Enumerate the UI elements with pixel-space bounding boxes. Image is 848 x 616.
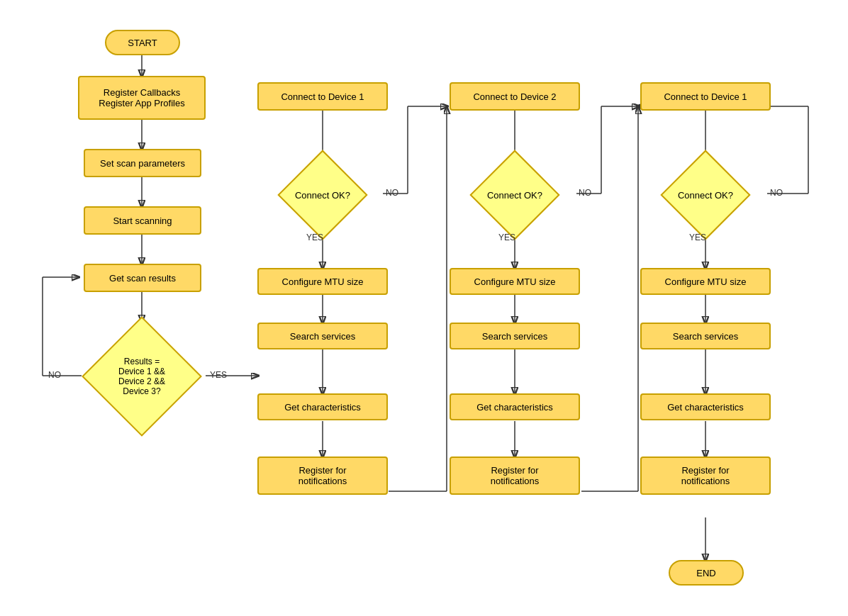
col2-mtu-label: Configure MTU size bbox=[474, 276, 556, 287]
col1-connect-node: Connect to Device 1 bbox=[257, 82, 388, 111]
col3-no-label: NO bbox=[770, 188, 783, 198]
col2-connect-ok-label: Connect OK? bbox=[487, 190, 542, 201]
start-scanning-node: Start scanning bbox=[84, 206, 201, 235]
col1-connect-ok-label: Connect OK? bbox=[295, 190, 350, 201]
col2-notif-label: Register for notifications bbox=[491, 465, 540, 486]
col3-notif-node: Register for notifications bbox=[640, 457, 771, 495]
register-label: Register Callbacks Register App Profiles bbox=[99, 87, 184, 108]
col2-yes-label: YES bbox=[498, 233, 515, 242]
col3-mtu-node: Configure MTU size bbox=[640, 268, 771, 295]
register-node: Register Callbacks Register App Profiles bbox=[78, 76, 206, 120]
col1-connect-ok-wrap: Connect OK? bbox=[260, 159, 385, 230]
start-label: START bbox=[128, 38, 157, 48]
col1-connect-label: Connect to Device 1 bbox=[281, 91, 364, 102]
col1-no-label: NO bbox=[386, 188, 398, 198]
col3-connect-ok-label: Connect OK? bbox=[678, 190, 733, 201]
flowchart: START Register Callbacks Register App Pr… bbox=[0, 0, 848, 616]
col1-chars-label: Get characteristics bbox=[284, 402, 361, 413]
col2-connect-node: Connect to Device 2 bbox=[450, 82, 580, 111]
end-node: END bbox=[669, 560, 744, 586]
start-node: START bbox=[105, 30, 180, 55]
results-yes-label: YES bbox=[210, 370, 227, 380]
start-scanning-label: Start scanning bbox=[113, 215, 172, 226]
col3-search-label: Search services bbox=[673, 331, 738, 342]
col1-notif-node: Register for notifications bbox=[257, 457, 388, 495]
results-diamond-wrap: Results = Device 1 && Device 2 && Device… bbox=[82, 320, 202, 432]
scan-params-node: Set scan parameters bbox=[84, 149, 201, 177]
scan-params-label: Set scan parameters bbox=[100, 158, 185, 169]
get-scan-node: Get scan results bbox=[84, 264, 201, 292]
results-no-label: NO bbox=[48, 370, 61, 380]
results-diamond-label: Results = Device 1 && Device 2 && Device… bbox=[118, 357, 165, 396]
col3-connect-label: Connect to Device 1 bbox=[664, 91, 747, 102]
col3-chars-label: Get characteristics bbox=[667, 402, 744, 413]
col3-chars-node: Get characteristics bbox=[640, 393, 771, 420]
col2-chars-node: Get characteristics bbox=[450, 393, 580, 420]
col1-mtu-label: Configure MTU size bbox=[282, 276, 364, 287]
col2-chars-label: Get characteristics bbox=[476, 402, 553, 413]
col1-chars-node: Get characteristics bbox=[257, 393, 388, 420]
col2-search-node: Search services bbox=[450, 323, 580, 349]
col1-yes-label: YES bbox=[306, 233, 323, 242]
col3-notif-label: Register for notifications bbox=[681, 465, 730, 486]
col1-search-node: Search services bbox=[257, 323, 388, 349]
yes-label-right: YES bbox=[210, 370, 227, 380]
end-label: END bbox=[696, 568, 715, 578]
no-label-left: NO bbox=[48, 370, 61, 380]
col3-search-node: Search services bbox=[640, 323, 771, 349]
col2-search-label: Search services bbox=[482, 331, 547, 342]
col3-mtu-label: Configure MTU size bbox=[665, 276, 747, 287]
col3-connect-node: Connect to Device 1 bbox=[640, 82, 771, 111]
col3-connect-ok-wrap: Connect OK? bbox=[643, 159, 768, 230]
col2-mtu-node: Configure MTU size bbox=[450, 268, 580, 295]
get-scan-label: Get scan results bbox=[109, 273, 176, 284]
col1-notif-label: Register for notifications bbox=[299, 465, 347, 486]
col1-search-label: Search services bbox=[290, 331, 355, 342]
col2-connect-label: Connect to Device 2 bbox=[473, 91, 556, 102]
col3-yes-label: YES bbox=[689, 233, 706, 242]
col2-connect-ok-wrap: Connect OK? bbox=[452, 159, 577, 230]
col2-no-label: NO bbox=[579, 188, 591, 198]
col1-mtu-node: Configure MTU size bbox=[257, 268, 388, 295]
col2-notif-node: Register for notifications bbox=[450, 457, 580, 495]
